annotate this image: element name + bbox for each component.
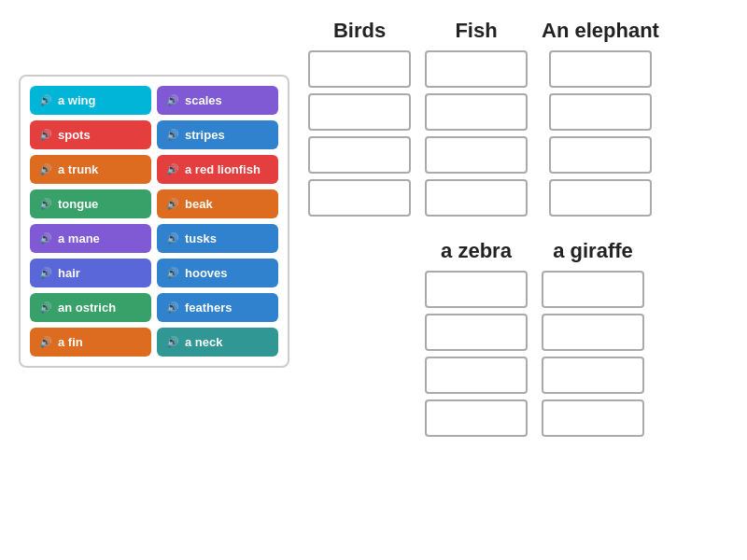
drop-zone-panel: BirdsFishAn elephant a zebraa giraffe: [308, 19, 738, 442]
word-btn-a-red-lionfish[interactable]: 🔊a red lionfish: [157, 155, 278, 184]
drop-box-fish-1[interactable]: [425, 93, 528, 131]
category-title-fish: Fish: [455, 19, 497, 43]
speaker-icon: 🔊: [166, 232, 179, 245]
word-label: beak: [185, 197, 213, 211]
word-label: spots: [58, 128, 91, 142]
word-label: a neck: [185, 335, 222, 349]
speaker-icon: 🔊: [39, 129, 52, 141]
word-btn-a-neck[interactable]: 🔊a neck: [157, 328, 278, 357]
category-col-birds: Birds: [308, 19, 411, 222]
word-label: hair: [58, 266, 80, 280]
word-btn-beak[interactable]: 🔊beak: [157, 189, 278, 218]
word-label: tongue: [58, 197, 98, 211]
word-label: a wing: [58, 93, 95, 107]
drop-box-an-elephant-1[interactable]: [549, 93, 652, 131]
word-btn-tusks[interactable]: 🔊tusks: [157, 224, 278, 253]
word-btn-spots[interactable]: 🔊spots: [30, 120, 151, 149]
drop-box-fish-0[interactable]: [425, 50, 528, 88]
drop-box-a-giraffe-0[interactable]: [542, 271, 644, 308]
word-btn-scales[interactable]: 🔊scales: [157, 86, 278, 115]
speaker-icon: 🔊: [39, 232, 52, 245]
speaker-icon: 🔊: [39, 267, 52, 279]
top-categories: BirdsFishAn elephant: [308, 19, 738, 222]
drop-box-a-giraffe-2[interactable]: [542, 357, 644, 394]
speaker-icon: 🔊: [166, 198, 179, 210]
word-btn-a-mane[interactable]: 🔊a mane: [30, 224, 151, 253]
speaker-icon: 🔊: [166, 163, 179, 175]
word-btn-stripes[interactable]: 🔊stripes: [157, 120, 278, 149]
word-label: scales: [185, 93, 222, 107]
speaker-icon: 🔊: [39, 198, 52, 210]
category-title-an-elephant: An elephant: [542, 19, 659, 43]
speaker-icon: 🔊: [166, 267, 179, 279]
word-label: tusks: [185, 231, 217, 245]
drop-box-a-zebra-3[interactable]: [425, 399, 528, 437]
category-col-a-giraffe: a giraffe: [542, 239, 644, 442]
word-label: hooves: [185, 266, 228, 280]
speaker-icon: 🔊: [39, 94, 52, 106]
category-col-fish: Fish: [425, 19, 528, 222]
word-label: a trunk: [58, 162, 98, 176]
category-title-a-zebra: a zebra: [441, 239, 512, 263]
speaker-icon: 🔊: [39, 163, 52, 175]
word-btn-an-ostrich[interactable]: 🔊an ostrich: [30, 293, 151, 322]
word-btn-hooves[interactable]: 🔊hooves: [157, 259, 278, 287]
category-title-birds: Birds: [333, 19, 386, 43]
word-bank: 🔊a wing🔊scales🔊spots🔊stripes🔊a trunk🔊a r…: [19, 75, 289, 368]
word-btn-tongue[interactable]: 🔊tongue: [30, 189, 151, 218]
word-label: feathers: [185, 301, 233, 315]
drop-box-an-elephant-3[interactable]: [549, 179, 652, 217]
word-btn-a-wing[interactable]: 🔊a wing: [30, 86, 151, 115]
category-col-an-elephant: An elephant: [542, 19, 659, 222]
drop-box-a-zebra-2[interactable]: [425, 357, 528, 394]
word-label: a fin: [58, 335, 83, 349]
speaker-icon: 🔊: [166, 94, 179, 106]
word-label: a mane: [58, 231, 100, 245]
drop-box-a-giraffe-3[interactable]: [542, 399, 644, 437]
word-btn-feathers[interactable]: 🔊feathers: [157, 293, 278, 322]
drop-box-a-giraffe-1[interactable]: [542, 314, 644, 351]
speaker-icon: 🔊: [39, 301, 52, 314]
speaker-icon: 🔊: [166, 301, 179, 314]
category-col-a-zebra: a zebra: [425, 239, 528, 442]
word-label: stripes: [185, 128, 225, 142]
drop-box-an-elephant-0[interactable]: [549, 50, 652, 88]
drop-box-birds-2[interactable]: [308, 136, 411, 174]
bottom-categories: a zebraa giraffe: [308, 239, 738, 442]
drop-box-birds-3[interactable]: [308, 179, 411, 217]
drop-box-fish-3[interactable]: [425, 179, 528, 217]
drop-box-fish-2[interactable]: [425, 136, 528, 174]
drop-box-a-zebra-0[interactable]: [425, 271, 528, 308]
speaker-icon: 🔊: [39, 336, 52, 348]
category-title-a-giraffe: a giraffe: [553, 239, 633, 263]
speaker-icon: 🔊: [166, 129, 179, 141]
word-btn-a-trunk[interactable]: 🔊a trunk: [30, 155, 151, 184]
word-label: a red lionfish: [185, 162, 261, 176]
word-btn-hair[interactable]: 🔊hair: [30, 259, 151, 287]
speaker-icon: 🔊: [166, 336, 179, 348]
drop-box-an-elephant-2[interactable]: [549, 136, 652, 174]
drop-box-birds-0[interactable]: [308, 50, 411, 88]
drop-box-a-zebra-1[interactable]: [425, 314, 528, 351]
word-btn-a-fin[interactable]: 🔊a fin: [30, 328, 151, 357]
drop-box-birds-1[interactable]: [308, 93, 411, 131]
word-label: an ostrich: [58, 301, 116, 315]
